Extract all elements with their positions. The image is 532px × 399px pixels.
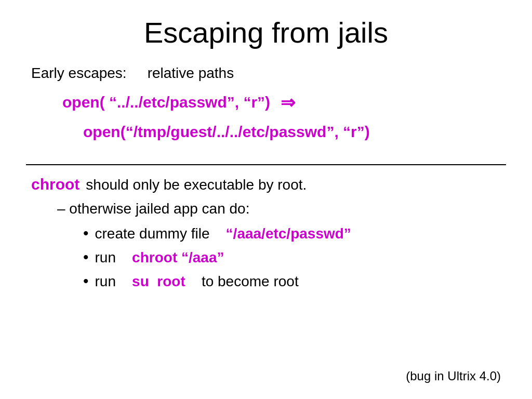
- open-call-2: open(“/tmp/guest/../../etc/passwd”, “r”): [83, 123, 370, 140]
- implies-arrow: ⇒: [281, 92, 295, 113]
- bullet-2-code: chroot “/aaa”: [132, 249, 224, 265]
- bullet-item-1: • create dummy file “/aaa/etc/passwd”: [83, 224, 506, 242]
- bullet-1-code: “/aaa/etc/passwd”: [226, 225, 351, 242]
- bullet-dot-1: •: [83, 224, 89, 242]
- chroot-intro-line: chroot should only be executable by root…: [31, 176, 506, 193]
- code-line-2: open(“/tmp/guest/../../etc/passwd”, “r”): [83, 123, 506, 141]
- bottom-section: chroot should only be executable by root…: [26, 176, 506, 296]
- chroot-description: should only be executable by root.: [86, 177, 307, 193]
- bullet-2-text: run chroot “/aaa”: [95, 249, 224, 266]
- bullet-3-code: su root: [132, 273, 185, 289]
- bug-note: (bug in Ultrix 4.0): [26, 369, 506, 383]
- otherwise-line: – otherwise jailed app can do:: [57, 201, 506, 217]
- bullet-1-text: create dummy file “/aaa/etc/passwd”: [95, 225, 351, 242]
- early-escapes-line: Early escapes: relative paths: [31, 65, 506, 82]
- bullet-3-text: run su root to become root: [95, 273, 299, 290]
- bullet-item-3: • run su root to become root: [83, 272, 506, 290]
- bullet-dot-2: •: [83, 248, 89, 266]
- chroot-keyword: chroot: [31, 176, 79, 193]
- slide-title: Escaping from jails: [26, 16, 506, 49]
- relative-paths-label: relative paths: [148, 65, 234, 82]
- code-line-1: open( “../../etc/passwd”, “r”) ⇒: [62, 92, 506, 113]
- top-section: Early escapes: relative paths open( “../…: [26, 65, 506, 146]
- early-label: Early escapes:: [31, 65, 127, 82]
- bullet-dot-3: •: [83, 272, 89, 290]
- slide: Escaping from jails Early escapes: relat…: [0, 0, 532, 399]
- open-call-1: open( “../../etc/passwd”, “r”): [62, 94, 270, 111]
- section-divider: [26, 164, 506, 165]
- bullet-item-2: • run chroot “/aaa”: [83, 248, 506, 266]
